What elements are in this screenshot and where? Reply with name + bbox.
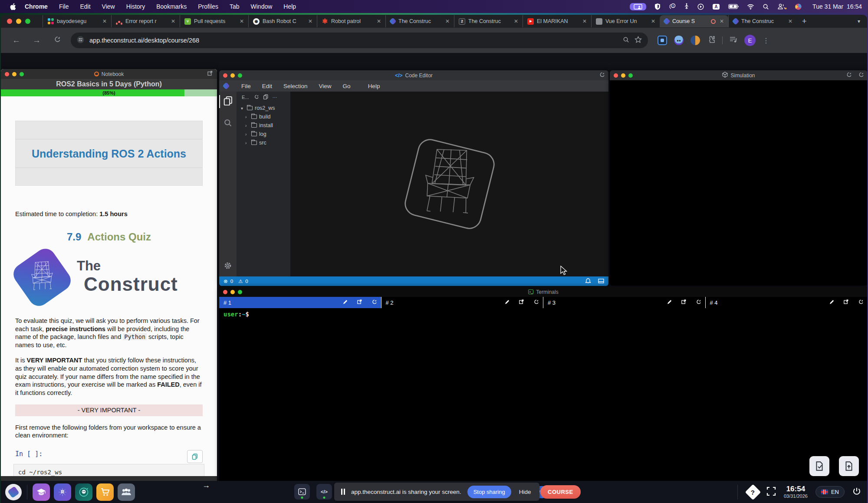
explorer-icon[interactable] xyxy=(223,96,233,107)
close-tab-icon[interactable]: ✕ xyxy=(170,18,176,24)
open-external-icon[interactable] xyxy=(519,299,524,306)
antenna-icon[interactable] xyxy=(684,3,689,10)
stop-sharing-button[interactable]: Stop sharing xyxy=(467,486,511,498)
menu-bookmarks[interactable]: Bookmarks xyxy=(151,3,192,10)
user-switcher-icon[interactable] xyxy=(777,3,787,10)
tab-search-chevron-icon[interactable]: ▾ xyxy=(858,18,860,24)
close-tab-icon[interactable]: ✕ xyxy=(444,18,450,24)
tree-item-log[interactable]: ›log xyxy=(237,130,290,138)
rename-terminal-icon[interactable] xyxy=(504,299,510,306)
media-playlist-icon[interactable] xyxy=(730,36,737,45)
menu-history[interactable]: History xyxy=(121,3,151,10)
menu-selection[interactable]: Selection xyxy=(278,83,313,89)
shield-icon[interactable] xyxy=(654,3,661,10)
close-tab-icon[interactable]: ✕ xyxy=(787,18,793,24)
close-tab-icon[interactable]: ✕ xyxy=(719,18,725,24)
terminal-tab-4[interactable]: # 4 xyxy=(706,297,868,308)
menu-go[interactable]: Go xyxy=(337,83,356,89)
tab-construct-3[interactable]: The Construc ✕ xyxy=(728,15,797,27)
grade-quiz-button[interactable] xyxy=(809,456,829,476)
tab-robot-patrol[interactable]: ✱ Robot patrol ✕ xyxy=(317,15,385,27)
tab-bash-robot[interactable]: ◉ Bash Robot C ✕ xyxy=(248,15,317,27)
notifications-bell-icon[interactable] xyxy=(585,278,591,285)
tab-capture-extension-icon[interactable] xyxy=(658,36,667,45)
close-tab-icon[interactable]: ✕ xyxy=(307,18,313,24)
apple-menu-icon[interactable] xyxy=(6,3,19,10)
close-tab-icon[interactable]: ✕ xyxy=(102,18,108,24)
tab-slack[interactable]: bayodesegu ✕ xyxy=(43,15,111,27)
courses-app-icon[interactable] xyxy=(33,483,50,501)
tab-pull-requests[interactable]: ⑂ Pull requests ✕ xyxy=(180,15,248,27)
bookmark-star-icon[interactable] xyxy=(635,36,642,45)
rename-terminal-icon[interactable] xyxy=(667,299,672,306)
close-tab-icon[interactable]: ✕ xyxy=(513,18,519,24)
prev-unit-button[interactable]: ← xyxy=(8,481,16,490)
panel-layout-icon[interactable] xyxy=(598,278,604,285)
site-settings-icon[interactable] xyxy=(77,36,84,45)
menu-file[interactable]: File xyxy=(236,83,256,89)
tree-item-src[interactable]: ›src xyxy=(237,138,290,147)
ros-tools-app-icon[interactable]: R xyxy=(54,483,71,501)
rename-terminal-icon[interactable] xyxy=(342,299,348,306)
tab-vue-error[interactable]: Vue Error Un ✕ xyxy=(591,15,660,27)
rewards-icon[interactable]: ! xyxy=(669,3,676,10)
keyboard-layout-icon[interactable]: A xyxy=(712,3,720,10)
restart-terminal-icon[interactable] xyxy=(533,299,539,306)
menu-tab[interactable]: Tab xyxy=(224,3,245,10)
simulation-viewport[interactable] xyxy=(610,80,867,285)
terminal-tab-3[interactable]: # 3 xyxy=(543,297,706,308)
control-center-icon[interactable] xyxy=(795,3,802,10)
screen-sharing-indicator-icon[interactable] xyxy=(630,3,646,10)
menu-file[interactable]: File xyxy=(53,3,75,10)
open-external-icon[interactable] xyxy=(357,299,362,306)
maximize-window-button[interactable] xyxy=(25,19,30,24)
tab-construct-1[interactable]: The Construc ✕ xyxy=(385,15,454,27)
community-app-icon[interactable] xyxy=(118,483,135,501)
close-tab-icon[interactable]: ✕ xyxy=(239,18,245,24)
next-unit-button[interactable]: → xyxy=(202,481,210,490)
menu-window[interactable]: Window xyxy=(245,3,278,10)
chrome-menu-icon[interactable]: ⋮ xyxy=(763,36,769,45)
play-circle-icon[interactable] xyxy=(697,3,704,10)
profile-avatar[interactable]: E xyxy=(744,35,756,46)
new-tab-button[interactable]: + xyxy=(797,17,812,26)
terminal-window-taskbar-button[interactable] xyxy=(294,484,310,500)
errors-icon[interactable]: ⊗ xyxy=(224,278,228,284)
submit-quiz-button[interactable] xyxy=(839,456,859,476)
restart-terminal-icon[interactable] xyxy=(371,299,377,306)
close-tab-icon[interactable]: ✕ xyxy=(650,18,656,24)
robot-app-icon[interactable] xyxy=(75,483,92,501)
spotlight-search-icon[interactable] xyxy=(763,3,769,10)
copy-code-button[interactable] xyxy=(187,450,203,463)
more-actions-icon[interactable]: ··· xyxy=(273,95,277,100)
url-text[interactable]: app.theconstruct.ai/desktop/course/268 xyxy=(89,37,618,44)
language-selector[interactable]: EN xyxy=(815,486,845,498)
menu-profiles[interactable]: Profiles xyxy=(192,3,224,10)
restart-terminal-icon[interactable] xyxy=(858,299,863,306)
terminal-tab-2[interactable]: # 2 xyxy=(381,297,544,308)
tab-course-active[interactable]: Course S ✕ xyxy=(660,15,728,27)
tree-item-build[interactable]: ›build xyxy=(237,112,290,121)
tab-error-report[interactable]: Error report r ✕ xyxy=(111,15,180,27)
collapse-all-icon[interactable] xyxy=(263,94,268,100)
menu-help[interactable]: Help xyxy=(362,83,386,89)
window-controls[interactable] xyxy=(7,19,30,24)
reload-button[interactable] xyxy=(48,36,66,45)
close-window-button[interactable] xyxy=(7,19,12,24)
wifi-icon[interactable] xyxy=(747,4,754,10)
warnings-icon[interactable]: ⚠ xyxy=(238,278,243,284)
tree-item-ros2-ws[interactable]: ▾ros2_ws xyxy=(237,104,290,112)
menu-edit[interactable]: Edit xyxy=(74,3,96,10)
hide-banner-button[interactable]: Hide xyxy=(517,489,533,495)
menu-edit[interactable]: Edit xyxy=(256,83,278,89)
close-tab-icon[interactable]: ✕ xyxy=(376,18,382,24)
tree-item-install[interactable]: ›install xyxy=(237,121,290,130)
menu-bar-clock[interactable]: Tue 31 Mar 16:54 xyxy=(812,3,862,10)
code-editor-window-taskbar-button[interactable]: </> xyxy=(316,484,332,500)
open-external-icon[interactable] xyxy=(843,299,849,306)
open-external-icon[interactable] xyxy=(681,299,687,306)
swirl-extension-icon[interactable] xyxy=(690,36,700,45)
search-icon[interactable] xyxy=(224,118,232,129)
fullscreen-icon[interactable] xyxy=(766,487,776,498)
address-bar[interactable]: app.theconstruct.ai/desktop/course/268 xyxy=(71,33,648,48)
